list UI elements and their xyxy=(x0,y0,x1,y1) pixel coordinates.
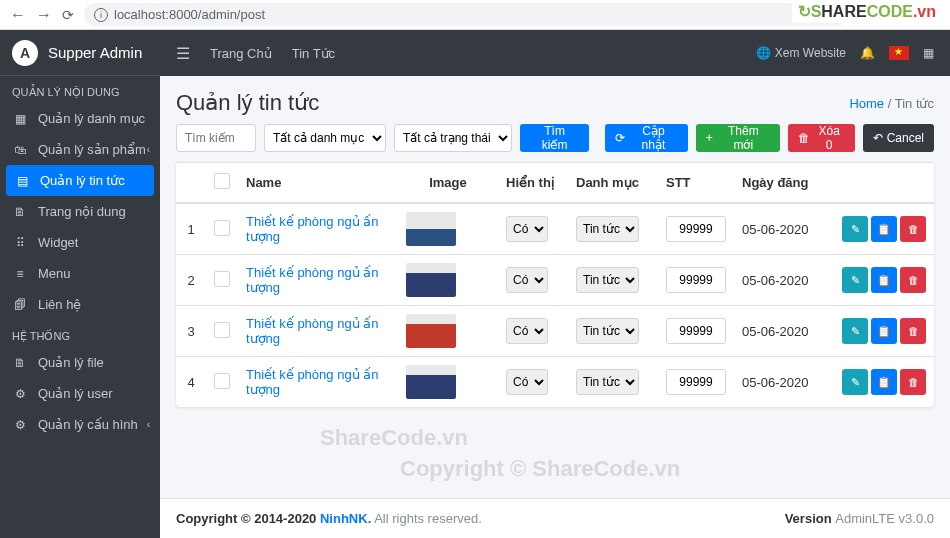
row-thumbnail xyxy=(406,314,456,348)
search-button[interactable]: Tìm kiếm xyxy=(520,124,589,152)
row-checkbox[interactable] xyxy=(214,220,230,236)
show-select[interactable]: Có xyxy=(506,267,548,293)
show-select[interactable]: Có xyxy=(506,318,548,344)
nav-section-system: HỆ THỐNG xyxy=(0,320,160,347)
sidebar: A Supper Admin QUẢN LÝ NỘI DUNG ▦Quản lý… xyxy=(0,30,160,538)
add-button[interactable]: + Thêm mới xyxy=(696,124,780,152)
reload-icon[interactable]: ⟳ xyxy=(62,7,74,23)
breadcrumb: Home / Tin tức xyxy=(849,96,934,111)
select-all-checkbox[interactable] xyxy=(214,173,230,189)
row-name-link[interactable]: Thiết kế phòng ngủ ấn tượng xyxy=(246,367,378,397)
sidebar-item[interactable]: 🛍Quản lý sản phẩm‹ xyxy=(0,134,160,165)
chevron-icon: ‹ xyxy=(147,419,150,430)
copy-button[interactable]: 📋 xyxy=(871,216,897,242)
back-icon[interactable]: ← xyxy=(10,6,26,24)
sidebar-item[interactable]: ⚙Quản lý user xyxy=(0,378,160,409)
copy-button[interactable]: 📋 xyxy=(871,369,897,395)
sidebar-item[interactable]: ⚙Quản lý cấu hình‹ xyxy=(0,409,160,440)
row-date: 05-06-2020 xyxy=(734,255,834,306)
row-name-link[interactable]: Thiết kế phòng ngủ ấn tượng xyxy=(246,214,378,244)
nav-label: Liên hệ xyxy=(38,297,81,312)
nav-label: Menu xyxy=(38,266,71,281)
sidebar-item[interactable]: ▦Quản lý danh mục xyxy=(0,103,160,134)
table-row: 4 Thiết kế phòng ngủ ấn tượng Có Tin tức… xyxy=(176,357,934,408)
address-bar[interactable]: i localhost:8000/admin/post xyxy=(84,3,848,26)
apps-icon[interactable]: ▦ xyxy=(923,46,934,60)
edit-button[interactable]: ✎ xyxy=(842,369,868,395)
nav-label: Quản lý user xyxy=(38,386,112,401)
delete-row-button[interactable]: 🗑 xyxy=(900,318,926,344)
category-row-select[interactable]: Tin tức xyxy=(576,267,639,293)
row-name-link[interactable]: Thiết kế phòng ngủ ấn tượng xyxy=(246,316,378,346)
delete-button[interactable]: 🗑 Xóa 0 xyxy=(788,124,855,152)
sidebar-item[interactable]: ⠿Widget xyxy=(0,227,160,258)
sidebar-item[interactable]: 🗎Trang nội dung xyxy=(0,196,160,227)
column-header: Name xyxy=(238,163,398,204)
delete-row-button[interactable]: 🗑 xyxy=(900,369,926,395)
nav-label: Trang nội dung xyxy=(38,204,126,219)
column-header xyxy=(176,163,206,204)
delete-row-button[interactable]: 🗑 xyxy=(900,216,926,242)
stt-input[interactable] xyxy=(666,318,726,344)
category-select[interactable]: Tất cả danh mục xyxy=(264,124,386,152)
bell-icon[interactable]: 🔔 xyxy=(860,46,875,60)
nav-label: Quản lý cấu hình xyxy=(38,417,138,432)
sidebar-item[interactable]: 🗐Liên hệ xyxy=(0,289,160,320)
column-header xyxy=(206,163,238,204)
brand-logo: A xyxy=(12,40,38,66)
breadcrumb-home[interactable]: Home xyxy=(849,96,884,111)
filter-bar: Tất cả danh mục Tất cả trạng thái Tìm ki… xyxy=(176,124,934,152)
update-button[interactable]: ⟳ Cập nhật xyxy=(605,124,688,152)
delete-row-button[interactable]: 🗑 xyxy=(900,267,926,293)
edit-button[interactable]: ✎ xyxy=(842,318,868,344)
hamburger-icon[interactable]: ☰ xyxy=(176,44,190,63)
nav-label: Quản lý sản phẩm xyxy=(38,142,146,157)
stt-input[interactable] xyxy=(666,216,726,242)
topbar-link-news[interactable]: Tin Tức xyxy=(292,46,335,61)
topbar-link-home[interactable]: Trang Chủ xyxy=(210,46,272,61)
forward-icon[interactable]: → xyxy=(36,6,52,24)
brand-text: Supper Admin xyxy=(48,44,142,61)
edit-button[interactable]: ✎ xyxy=(842,267,868,293)
data-table: NameImageHiển thịDanh mụcSTTNgày đăng 1 … xyxy=(176,162,934,407)
main: ☰ Trang Chủ Tin Tức 🌐 Xem Website 🔔 ▦ Qu… xyxy=(160,30,950,538)
edit-button[interactable]: ✎ xyxy=(842,216,868,242)
row-name-link[interactable]: Thiết kế phòng ngủ ấn tượng xyxy=(246,265,378,295)
sidebar-item[interactable]: ▤Quản lý tin tức xyxy=(6,165,154,196)
stt-input[interactable] xyxy=(666,369,726,395)
nav-icon: 🗎 xyxy=(12,356,28,370)
copy-button[interactable]: 📋 xyxy=(871,318,897,344)
row-checkbox[interactable] xyxy=(214,271,230,287)
info-icon: i xyxy=(94,8,108,22)
brand[interactable]: A Supper Admin xyxy=(0,30,160,76)
row-thumbnail xyxy=(406,263,456,297)
nav-icon: ⚙ xyxy=(12,418,28,432)
stt-input[interactable] xyxy=(666,267,726,293)
nav-label: Quản lý danh mục xyxy=(38,111,145,126)
sidebar-item[interactable]: ≡Menu xyxy=(0,258,160,289)
sidebar-item[interactable]: 🗎Quản lý file xyxy=(0,347,160,378)
copy-button[interactable]: 📋 xyxy=(871,267,897,293)
nav-icon: ⚙ xyxy=(12,387,28,401)
category-row-select[interactable]: Tin tức xyxy=(576,318,639,344)
flag-vn[interactable] xyxy=(889,46,909,60)
show-select[interactable]: Có xyxy=(506,369,548,395)
search-input[interactable] xyxy=(176,124,256,152)
category-row-select[interactable]: Tin tức xyxy=(576,369,639,395)
row-index: 2 xyxy=(176,255,206,306)
url-text: localhost:8000/admin/post xyxy=(114,7,265,22)
footer-author-link[interactable]: NinhNK. xyxy=(320,511,371,526)
row-index: 3 xyxy=(176,306,206,357)
category-row-select[interactable]: Tin tức xyxy=(576,216,639,242)
row-checkbox[interactable] xyxy=(214,373,230,389)
view-website-link[interactable]: 🌐 Xem Website xyxy=(756,46,846,60)
content-header: Quản lý tin tức Home / Tin tức xyxy=(160,76,950,124)
cancel-button[interactable]: ↶ Cancel xyxy=(863,124,934,152)
show-select[interactable]: Có xyxy=(506,216,548,242)
row-checkbox[interactable] xyxy=(214,322,230,338)
sharecode-badge: ↻SHARECODE.vn xyxy=(792,0,942,23)
row-date: 05-06-2020 xyxy=(734,357,834,408)
status-select[interactable]: Tất cả trạng thái xyxy=(394,124,512,152)
nav-icon: 🗎 xyxy=(12,205,28,219)
nav-section-content: QUẢN LÝ NỘI DUNG xyxy=(0,76,160,103)
